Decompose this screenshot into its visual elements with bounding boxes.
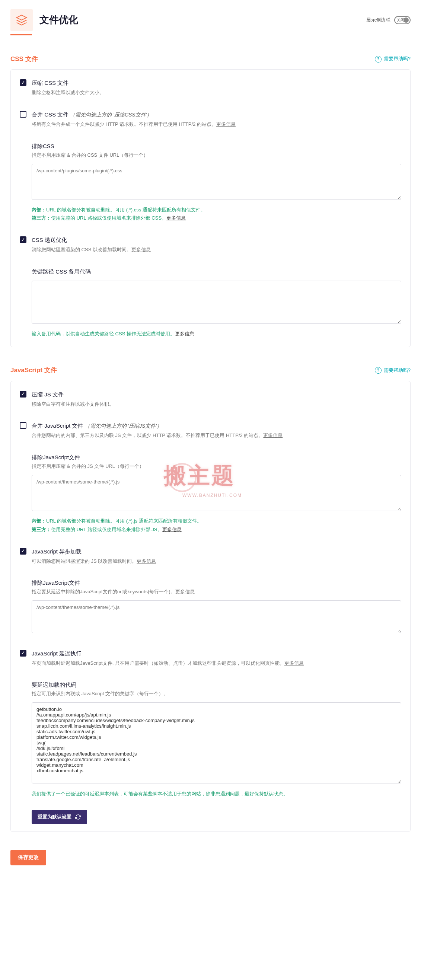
delay-js-more[interactable]: 更多信息 [284, 660, 304, 666]
delay-code-title: 要延迟加载的代码 [32, 680, 401, 689]
defer-exclude-more[interactable]: 更多信息 [175, 589, 195, 594]
exclude-css-note: 内部：URL 的域名部分将被自动删除。可用 (.*).css 通配符来匹配所有相… [32, 206, 401, 222]
combine-js-desc: 合并您网站内的内部、第三方以及内联 JS 文件，以减少 HTTP 请求数。不推荐… [32, 432, 401, 439]
delay-code-desc: 指定可用来识别内联或 JavaScript 文件的关键字（每行一个）。 [32, 690, 401, 698]
css-help-link[interactable]: ? 需要帮助吗? [375, 55, 411, 63]
refresh-icon [75, 814, 81, 820]
combine-js-title: 合并 JavaScript 文件 （需先勾选上方的 '压缩JS文件'） [32, 421, 401, 430]
exclude-js-desc: 指定不启用压缩 & 合并的 JS 文件 URL（每行一个） [32, 463, 401, 471]
minify-css-desc: 删除空格和注释以减小文件大小。 [32, 89, 401, 97]
delay-code-note: 我们提供了一个已验证的可延迟脚本列表，可能会有某些脚本不适用于您的网站，除非您遇… [32, 790, 401, 798]
exclude-css-more[interactable]: 更多信息 [167, 215, 186, 221]
defer-exclude-desc: 指定要从延迟中排除的JavaScript文件的url或keywords(每行一个… [32, 588, 401, 596]
delay-js-title: JavaScript 延迟执行 [32, 649, 401, 658]
combine-js-more[interactable]: 更多信息 [263, 433, 283, 438]
exclude-js-textarea[interactable] [32, 475, 401, 511]
optimize-css-delivery-desc: 消除您网站阻塞渲染的 CSS 以改善加载时间。更多信息 [32, 246, 401, 254]
layers-icon [10, 9, 33, 31]
save-button[interactable]: 保存更改 [10, 850, 46, 865]
css-section-title: CSS 文件 [10, 54, 38, 64]
defer-js-desc: 可以消除您网站阻塞渲染的 JS 以改善加载时间。更多信息 [32, 558, 401, 565]
critical-css-title: 关键路径 CSS 备用代码 [32, 267, 401, 276]
reset-defaults-button[interactable]: 重置为默认设置 [32, 810, 87, 824]
combine-css-title: 合并 CSS 文件 （需先勾选上方的 '压缩CSS文件'） [32, 110, 401, 119]
optimize-css-delivery-checkbox[interactable] [20, 236, 26, 243]
minify-js-checkbox[interactable] [20, 391, 26, 398]
tab-underline [10, 34, 32, 35]
exclude-css-desc: 指定不启用压缩 & 合并的 CSS 文件 URL（每行一个） [32, 151, 401, 159]
delay-js-checkbox[interactable] [20, 650, 26, 657]
exclude-js-title: 排除JavaScript文件 [32, 453, 401, 462]
js-section-title: JavaScript 文件 [10, 365, 57, 375]
critical-css-textarea[interactable] [32, 281, 401, 324]
page-title: 文件优化 [40, 12, 78, 28]
js-help-link[interactable]: ? 需要帮助吗? [375, 367, 411, 374]
combine-css-more[interactable]: 更多信息 [216, 121, 236, 127]
exclude-css-textarea[interactable] [32, 164, 401, 200]
critical-css-more[interactable]: 更多信息 [175, 331, 194, 336]
minify-js-desc: 移除空白字符和注释以减小文件体积。 [32, 401, 401, 408]
delay-js-desc: 在页面加载时延迟加载JaveScript文件, 只在用户需要时（如滚动、点击）才… [32, 660, 401, 667]
defer-exclude-textarea[interactable] [32, 600, 401, 633]
css-panel: 压缩 CSS 文件 删除空格和注释以减小文件大小。 合并 CSS 文件 （需先勾… [10, 69, 411, 347]
help-icon: ? [375, 367, 381, 374]
optimize-css-delivery-more[interactable]: 更多信息 [132, 247, 151, 252]
combine-js-checkbox[interactable] [20, 422, 26, 429]
combine-css-checkbox[interactable] [20, 111, 26, 118]
defer-js-checkbox[interactable] [20, 548, 26, 555]
defer-js-title: JavaScript 异步加载 [32, 547, 401, 556]
defer-exclude-title: 排除JavaScript文件 [32, 578, 401, 587]
combine-css-desc: 将所有文件合并成一个文件以减少 HTTP 请求数。不推荐用于已使用 HTTP/2… [32, 121, 401, 129]
defer-js-more[interactable]: 更多信息 [137, 558, 156, 564]
sidebar-toggle[interactable]: 关闭 [394, 16, 411, 24]
minify-css-title: 压缩 CSS 文件 [32, 78, 401, 88]
js-panel: 压缩 JS 文件 移除空白字符和注释以减小文件体积。 合并 JavaScript… [10, 381, 411, 832]
page-header: 文件优化 显示侧边栏 关闭 [10, 9, 411, 31]
help-icon: ? [375, 56, 381, 62]
critical-css-note: 输入备用代码，以供自动生成关键路径 CSS 操作无法完成时使用。更多信息 [32, 330, 401, 338]
delay-code-textarea[interactable] [32, 702, 401, 783]
exclude-js-more[interactable]: 更多信息 [162, 527, 182, 532]
exclude-js-note: 内部：URL 的域名部分将被自动删除。可用 (.*).js 通配符来匹配所有相似… [32, 517, 401, 533]
sidebar-toggle-label: 显示侧边栏 [366, 16, 391, 24]
optimize-css-delivery-title: CSS 递送优化 [32, 235, 401, 245]
minify-js-title: 压缩 JS 文件 [32, 390, 401, 399]
exclude-css-title: 排除CSS [32, 142, 401, 151]
svg-marker-0 [17, 15, 27, 20]
minify-css-checkbox[interactable] [20, 79, 26, 86]
